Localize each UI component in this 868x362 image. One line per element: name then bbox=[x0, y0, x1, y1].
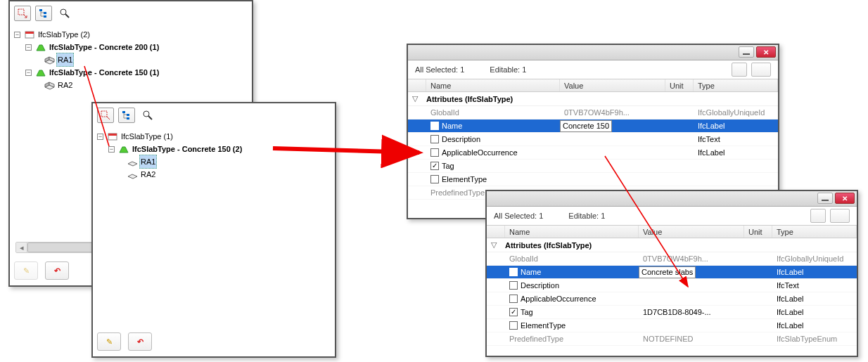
select-icon bbox=[18, 8, 27, 18]
col-name[interactable]: Name bbox=[426, 79, 560, 91]
tree[interactable]: − IfcSlabType (2) − IfcSlabType - Concre… bbox=[13, 27, 249, 93]
close-button[interactable]: ✕ bbox=[756, 46, 776, 58]
layout-button[interactable] bbox=[732, 63, 747, 77]
chevron-down-icon[interactable]: ▽ bbox=[408, 94, 426, 103]
status-row: All Selected: 1 Editable: 1 bbox=[487, 207, 857, 225]
tree-icon bbox=[122, 110, 132, 120]
tree-view-button[interactable] bbox=[35, 6, 52, 21]
tree-icon bbox=[39, 8, 49, 18]
checkbox-checked[interactable] bbox=[509, 268, 518, 276]
svg-marker-25 bbox=[128, 162, 137, 166]
checkbox[interactable] bbox=[509, 281, 518, 290]
status-editable: Editable: 1 bbox=[568, 212, 605, 220]
edit-button[interactable]: ✎ bbox=[97, 332, 121, 351]
checkbox[interactable] bbox=[430, 148, 439, 157]
node-label[interactable]: IfcSlabType - Concrete 200 (1) bbox=[48, 41, 160, 53]
property-row-applicable[interactable]: ApplicableOccurrence IfcLabel bbox=[487, 292, 857, 306]
window-header[interactable]: ✕ bbox=[408, 45, 778, 60]
checkbox[interactable] bbox=[430, 175, 439, 183]
undo-button[interactable]: ↶ bbox=[45, 261, 69, 280]
node-label-selected[interactable]: RA1 bbox=[139, 155, 157, 169]
edit-button[interactable]: ✎ bbox=[14, 261, 38, 280]
toggle-expand[interactable]: − bbox=[25, 70, 32, 76]
grid-header: Name Value Unit Type bbox=[487, 225, 857, 238]
node-label[interactable]: RA2 bbox=[139, 168, 157, 181]
name-value-input[interactable]: Concrete 150 bbox=[560, 120, 612, 132]
search-button[interactable] bbox=[56, 6, 73, 21]
element-icon bbox=[44, 55, 55, 65]
toggle-expand[interactable]: − bbox=[97, 134, 103, 140]
checkbox[interactable] bbox=[509, 295, 518, 303]
svg-rect-17 bbox=[122, 111, 125, 113]
property-row-tag[interactable]: Tag bbox=[408, 160, 778, 173]
col-name[interactable]: Name bbox=[505, 226, 639, 238]
close-button[interactable]: ✕ bbox=[835, 193, 855, 204]
col-value[interactable]: Value bbox=[560, 79, 665, 91]
tree-view-button[interactable] bbox=[118, 108, 135, 123]
toggle-expand[interactable]: − bbox=[14, 32, 20, 38]
search-button[interactable] bbox=[139, 108, 156, 123]
col-unit[interactable]: Unit bbox=[744, 226, 772, 238]
type-icon bbox=[118, 144, 129, 154]
checkbox-checked[interactable] bbox=[430, 162, 439, 170]
svg-rect-23 bbox=[108, 134, 117, 136]
node-label[interactable]: IfcSlabType (2) bbox=[37, 28, 91, 41]
select-tool-button[interactable] bbox=[97, 108, 114, 123]
checkbox[interactable] bbox=[509, 321, 518, 330]
property-row-description[interactable]: Description IfcText bbox=[408, 133, 778, 146]
tree[interactable]: − IfcSlabType (1) − IfcSlabType - Concre… bbox=[96, 129, 332, 182]
node-label[interactable]: IfcSlabType - Concrete 150 (2) bbox=[131, 143, 243, 155]
window-header[interactable]: ✕ bbox=[487, 191, 857, 207]
node-label-selected[interactable]: RA1 bbox=[56, 53, 74, 67]
undo-button[interactable]: ↶ bbox=[128, 332, 152, 351]
property-row-applicable[interactable]: ApplicableOccurrence IfcLabel bbox=[408, 146, 778, 160]
toggle-expand[interactable]: − bbox=[25, 44, 32, 51]
svg-line-5 bbox=[65, 14, 69, 18]
property-row-name-selected[interactable]: Name Concrete slabs IfcLabel bbox=[487, 266, 857, 279]
section-header[interactable]: ▽ Attributes (IfcSlabType) bbox=[487, 238, 857, 252]
name-cell[interactable]: Name bbox=[426, 119, 560, 133]
property-row-name-selected[interactable]: Name Concrete 150 IfcLabel bbox=[408, 119, 778, 133]
property-row-elementtype[interactable]: ElementType bbox=[408, 173, 778, 186]
tree-panel-2: − IfcSlabType (1) − IfcSlabType - Concre… bbox=[91, 102, 336, 358]
toggle-expand[interactable]: − bbox=[108, 146, 115, 153]
options-button[interactable] bbox=[830, 209, 850, 223]
layout-button[interactable] bbox=[810, 209, 826, 223]
col-unit[interactable]: Unit bbox=[665, 79, 694, 91]
checkbox-checked[interactable] bbox=[509, 308, 518, 316]
svg-marker-24 bbox=[120, 147, 128, 153]
checkbox-checked[interactable] bbox=[430, 122, 439, 130]
svg-marker-8 bbox=[37, 45, 45, 51]
checkbox[interactable] bbox=[430, 135, 439, 143]
property-row-predefined: PredefinedType NOTDEFINED IfcSlabTypeEnu… bbox=[487, 332, 857, 346]
section-title: Attributes (IfcSlabType) bbox=[426, 95, 778, 103]
select-tool-button[interactable] bbox=[14, 6, 31, 21]
type-icon bbox=[35, 42, 46, 52]
col-type[interactable]: Type bbox=[694, 79, 778, 91]
node-label[interactable]: RA2 bbox=[56, 79, 74, 91]
property-row-description[interactable]: Description IfcText bbox=[487, 279, 857, 292]
name-value-input[interactable]: Concrete slabs bbox=[639, 266, 696, 278]
svg-rect-16 bbox=[101, 111, 107, 117]
footer-toolbar: ✎ ↶ bbox=[97, 331, 331, 352]
minimize-button[interactable] bbox=[817, 193, 833, 204]
svg-rect-19 bbox=[127, 117, 129, 119]
svg-rect-1 bbox=[39, 9, 42, 11]
element-icon bbox=[127, 169, 138, 179]
col-type[interactable]: Type bbox=[772, 226, 857, 238]
chevron-down-icon[interactable]: ▽ bbox=[487, 240, 505, 250]
section-header[interactable]: ▽ Attributes (IfcSlabType) bbox=[408, 92, 778, 106]
options-button[interactable] bbox=[751, 63, 771, 77]
property-row-elementtype[interactable]: ElementType IfcLabel bbox=[487, 319, 857, 332]
col-value[interactable]: Value bbox=[639, 226, 744, 238]
status-selected: All Selected: 1 bbox=[494, 212, 543, 220]
svg-point-20 bbox=[143, 111, 149, 117]
properties-panel-2: ✕ All Selected: 1 Editable: 1 Name Value… bbox=[485, 190, 858, 357]
svg-marker-12 bbox=[37, 70, 45, 76]
minimize-button[interactable] bbox=[739, 46, 754, 58]
property-row-tag[interactable]: Tag 1D7CB1D8-8049-...IfcLabel bbox=[487, 306, 857, 319]
node-label[interactable]: IfcSlabType (1) bbox=[120, 130, 174, 143]
search-icon bbox=[143, 110, 153, 120]
node-label[interactable]: IfcSlabType - Concrete 150 (1) bbox=[48, 66, 160, 79]
svg-rect-7 bbox=[25, 32, 34, 34]
